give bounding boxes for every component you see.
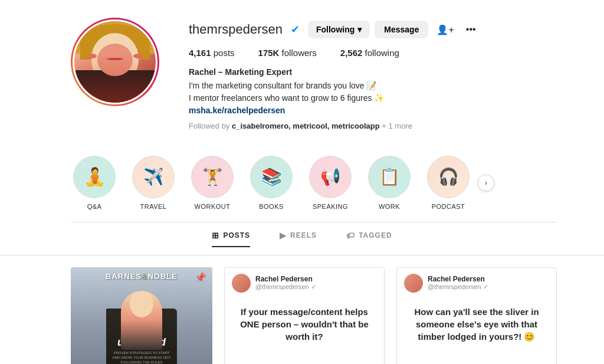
highlight-circle-books: 📚 [250, 156, 293, 198]
highlights-next-button[interactable]: › [478, 175, 494, 191]
tab-tagged[interactable]: 🏷 TAGGED [346, 231, 392, 247]
avatar-inner [73, 19, 157, 104]
bio-name: Rachel – Marketing Expert [189, 66, 557, 78]
bio-link[interactable]: msha.ke/rachelpedersen [189, 106, 285, 115]
post-card-1[interactable]: Rachel Pedersen @themrspedersen ✓ If you… [224, 267, 385, 365]
highlight-speaking[interactable]: 📢 SPEAKING [307, 156, 354, 210]
posts-area: BARNES&NOBLE 📌 Rachel Pedersen unfiltere… [0, 255, 604, 365]
post-card-1-handle: @themrspedersen ✓ [255, 283, 316, 291]
highlight-podcast[interactable]: 🎧 PODCAST [425, 156, 472, 210]
post-card-1-username: Rachel Pedersen [255, 275, 316, 283]
post-card-2-username: Rachel Pedersen [428, 275, 488, 283]
post-card-2[interactable]: Rachel Pedersen @themrspedersen ✓ How ca… [396, 267, 557, 365]
highlight-workout[interactable]: 🏋️ WORKOUT [189, 156, 236, 210]
qa-icon: 🧘 [84, 166, 106, 187]
profile-info: themrspedersen ✔ Following ▾ Message 👤+ … [189, 18, 557, 132]
post-large-bn[interactable]: BARNES&NOBLE 📌 Rachel Pedersen unfiltere… [71, 267, 212, 365]
tab-reels[interactable]: ▶ REELS [280, 231, 317, 247]
post-card-2-text: How can ya'll see the sliver in someone … [397, 299, 556, 352]
highlight-circle-workout: 🏋️ [191, 156, 234, 198]
highlight-work[interactable]: 📋 WORK [366, 156, 413, 210]
tagged-tab-icon: 🏷 [346, 231, 355, 240]
stats-row: 4,161 posts 175K followers 2,562 followi… [189, 48, 557, 58]
highlight-label-podcast: PODCAST [432, 203, 465, 210]
highlight-label-speaking: SPEAKING [313, 203, 348, 210]
bn-store-name: BARNES&NOBLE [71, 272, 212, 281]
highlight-label-work: WORK [379, 203, 400, 210]
posts-right: Rachel Pedersen @themrspedersen ✓ If you… [224, 267, 557, 365]
bio-section: Rachel – Marketing Expert I'm the market… [189, 66, 557, 132]
verified-badge: ✔ [291, 23, 300, 36]
avatar-ring[interactable] [71, 18, 159, 106]
tab-posts-label: POSTS [223, 231, 250, 240]
tab-reels-label: REELS [290, 231, 317, 240]
highlight-circle-speaking: 📢 [309, 156, 352, 198]
bn-bookmark-icon: 📌 [195, 272, 206, 283]
travel-icon: ✈️ [143, 167, 164, 186]
highlight-circle-podcast: 🎧 [427, 156, 470, 198]
workout-icon: 🏋️ [202, 167, 223, 186]
profile-section: themrspedersen ✔ Following ▾ Message 👤+ … [0, 0, 604, 144]
highlight-circle-work: 📋 [368, 156, 411, 198]
post-card-1-text: If your message/content helps ONE person… [225, 299, 384, 352]
following-stat[interactable]: 2,562 following [340, 48, 399, 58]
username: themrspedersen [189, 22, 283, 37]
highlights-section: 🧘 Q&A ✈️ TRAVEL 🏋️ WORKOUT 📚 BOOKS 📢 [0, 144, 604, 222]
bn-book-subtitle: PROVEN STRATEGIES TO START AND GROW YOUR… [112, 351, 171, 364]
books-icon: 📚 [261, 167, 282, 186]
highlight-qa[interactable]: 🧘 Q&A [71, 156, 118, 210]
following-button[interactable]: Following ▾ [308, 21, 370, 38]
post-card-2-user: Rachel Pedersen @themrspedersen ✓ [428, 275, 488, 291]
followed-by-line: Followed by c_isabelromero, metricool, m… [189, 120, 557, 132]
posts-tab-icon: ⊞ [212, 231, 219, 240]
highlights-container: 🧘 Q&A ✈️ TRAVEL 🏋️ WORKOUT 📚 BOOKS 📢 [71, 156, 472, 210]
add-user-icon: 👤+ [436, 25, 454, 35]
speaking-icon: 📢 [320, 167, 341, 186]
reels-tab-icon: ▶ [280, 231, 287, 240]
highlight-books[interactable]: 📚 BOOKS [248, 156, 295, 210]
posts-stat: 4,161 posts [189, 48, 235, 58]
highlight-travel[interactable]: ✈️ TRAVEL [130, 156, 177, 210]
tabs-row: ⊞ POSTS ▶ REELS 🏷 TAGGED [0, 222, 604, 255]
post-card-1-user: Rachel Pedersen @themrspedersen ✓ [255, 275, 316, 291]
highlight-label-workout: WORKOUT [195, 203, 231, 210]
tab-posts[interactable]: ⊞ POSTS [212, 231, 250, 247]
bio-line1: I'm the marketing consultant for brands … [189, 80, 557, 92]
highlight-label-travel: TRAVEL [140, 203, 167, 210]
more-options-button[interactable]: ••• [462, 22, 480, 37]
bio-line2: I mentor freelancers who want to grow to… [189, 92, 557, 104]
post-card-1-avatar [232, 274, 251, 293]
chevron-right-icon: › [485, 179, 487, 187]
followed-by-names[interactable]: c_isabelromero, metricool, metricoolapp [232, 122, 380, 130]
podcast-icon: 🎧 [438, 167, 459, 186]
message-button[interactable]: Message [375, 21, 428, 38]
tab-tagged-label: TAGGED [359, 231, 392, 240]
avatar [74, 21, 156, 103]
post-card-2-avatar [404, 274, 423, 293]
username-row: themrspedersen ✔ Following ▾ Message 👤+ … [189, 21, 557, 38]
action-buttons: Following ▾ Message 👤+ ••• [308, 21, 480, 38]
highlight-circle-qa: 🧘 [73, 156, 116, 198]
post-card-2-header: Rachel Pedersen @themrspedersen ✓ [397, 268, 556, 299]
highlight-label-books: BOOKS [259, 203, 284, 210]
add-user-button[interactable]: 👤+ [433, 22, 457, 38]
highlight-label-qa: Q&A [87, 203, 102, 210]
work-icon: 📋 [379, 167, 400, 186]
followers-stat[interactable]: 175K followers [258, 48, 317, 58]
post-card-2-handle: @themrspedersen ✓ [428, 283, 488, 291]
highlight-circle-travel: ✈️ [132, 156, 175, 198]
post-card-1-header: Rachel Pedersen @themrspedersen ✓ [225, 268, 384, 299]
